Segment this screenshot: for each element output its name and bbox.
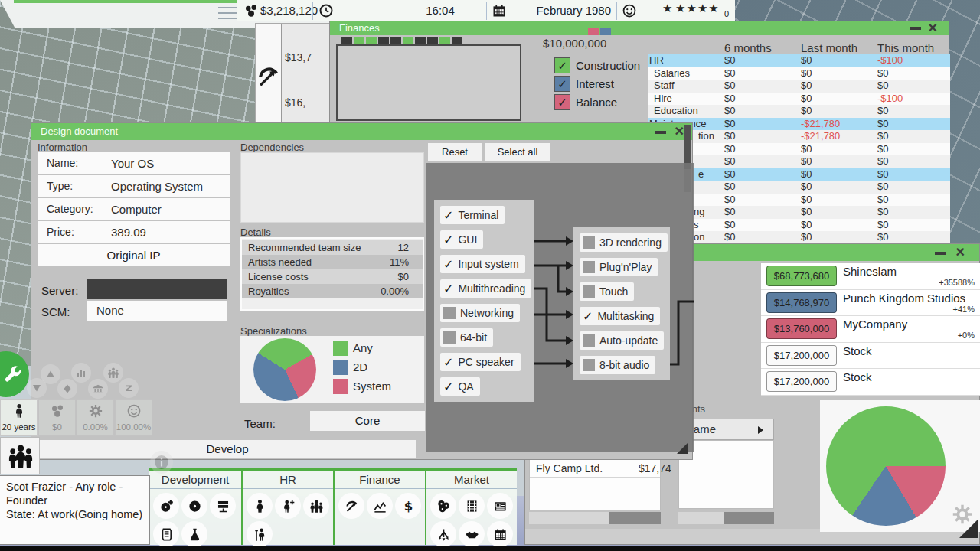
scm-field[interactable]: None — [87, 301, 227, 321]
feature-checkbox-item[interactable]: ✓ 8-bit audio — [580, 356, 655, 374]
sort-arrow-icon[interactable] — [758, 426, 763, 434]
newspaper-icon[interactable] — [487, 493, 513, 519]
table-row[interactable]: Maintenance $0 -$21,780 $0 — [648, 118, 950, 131]
legend-label: 2D — [353, 360, 368, 373]
person-icon[interactable] — [247, 493, 273, 519]
feature-checkbox-item[interactable]: ✓ Networking — [440, 304, 520, 322]
cell-6-months: $0 — [724, 206, 735, 218]
chart-month-strip — [341, 37, 462, 44]
info-value[interactable]: 389.09 — [103, 221, 230, 243]
minimize-button[interactable] — [655, 131, 666, 134]
people-icon[interactable] — [303, 493, 329, 519]
legend-label: Construction — [576, 59, 640, 72]
strip-square — [452, 37, 462, 44]
stock-price-button[interactable]: $68,773,680 — [766, 266, 837, 286]
legend-checkbox[interactable]: ✓ — [554, 94, 570, 110]
cell-this-month: $0 — [877, 130, 888, 142]
detail-row: Recommended team size 12 — [242, 240, 423, 255]
patents-scrollbar[interactable] — [678, 512, 774, 524]
stock-price-button[interactable]: $17,200,000 — [766, 345, 837, 366]
owned-shares-scrollbar[interactable] — [529, 512, 661, 524]
stock-price-button[interactable]: $13,760,000 — [766, 318, 837, 339]
table-row[interactable]: Staff $0 $0 $0 — [648, 80, 950, 93]
original-ip-button[interactable]: Original IP — [38, 244, 230, 266]
feature-checkbox-item[interactable]: ✓ Touch — [580, 282, 634, 301]
feature-checkbox-item[interactable]: ✓ Auto-update — [580, 331, 664, 350]
employee-mood-cell: 100.00% — [115, 399, 152, 436]
stock-price-button[interactable]: $17,200,000 — [766, 371, 837, 392]
legend-checkbox[interactable]: ✓ — [554, 76, 570, 92]
table-row[interactable]: HR $0 $0 -$100 — [648, 54, 950, 67]
person-cane-icon[interactable] — [247, 521, 273, 547]
arrows-split-icon[interactable] — [430, 521, 456, 547]
select-all-button[interactable]: Select all — [485, 143, 550, 161]
team-select-button[interactable]: Core — [310, 411, 425, 431]
feature-checkbox-item[interactable]: ✓ Plug'n'Play — [580, 258, 658, 276]
feature-checkbox-item[interactable]: ✓ 64-bit — [440, 328, 493, 347]
umbrella-arrow-icon[interactable] — [338, 493, 364, 519]
feature-checkbox-item[interactable]: ✓ Terminal — [440, 206, 505, 224]
close-icon[interactable]: ✕ — [675, 124, 684, 139]
table-row[interactable]: tion $0 -$21,780 $0 — [648, 130, 950, 143]
info-icon[interactable] — [150, 451, 173, 474]
bars-icon[interactable] — [71, 363, 91, 383]
table-row[interactable]: $0 $0 $0 — [648, 143, 950, 156]
feature-checkbox-item[interactable]: ✓ GUI — [440, 230, 483, 249]
diamond-icon[interactable] — [57, 379, 77, 399]
info-value[interactable]: Computer — [103, 198, 230, 220]
close-icon[interactable]: ✕ — [928, 21, 938, 36]
owned-share-row[interactable]: Fly Camp Ltd. $17,74 — [530, 459, 660, 478]
reset-button[interactable]: Reset — [428, 143, 482, 161]
legend-checkbox[interactable]: ✓ — [554, 57, 570, 73]
chart-line-icon[interactable] — [367, 493, 393, 519]
team-members-button[interactable] — [0, 437, 40, 474]
server-icon[interactable] — [210, 493, 236, 519]
cd-plus-icon[interactable] — [153, 493, 179, 519]
finances-titlebar[interactable]: Finances — [330, 21, 949, 35]
feature-checkbox-item[interactable]: ✓ 3D rendering — [580, 233, 668, 252]
bank-icon[interactable] — [88, 379, 108, 399]
scroll-icon[interactable] — [153, 521, 179, 547]
feature-checkbox-item[interactable]: ✓ PC speaker — [440, 353, 521, 371]
building-grid-icon[interactable] — [459, 493, 485, 519]
zzz-icon[interactable] — [119, 378, 139, 398]
minimize-button[interactable] — [935, 252, 946, 255]
finance-chart-legend: ✓ Construction ✓ Interest ✓ Balance — [554, 56, 640, 111]
stock-price-button[interactable]: $14,768,970 — [766, 292, 837, 313]
minimize-button[interactable] — [910, 27, 921, 30]
person-plus-icon[interactable] — [275, 493, 301, 519]
people-icon[interactable] — [103, 363, 123, 383]
rating-stars-empty: ★★★★ — [675, 2, 720, 15]
rating-count: 0 — [724, 9, 729, 18]
detail-key: Artists needed — [248, 255, 312, 269]
toolbar-group-market: Market — [425, 471, 517, 545]
cell-this-month: $0 — [877, 105, 888, 117]
disks-icon[interactable] — [430, 493, 456, 519]
feature-checkbox-item[interactable]: ✓ QA — [440, 377, 480, 396]
dollar-icon[interactable]: $ — [395, 493, 421, 519]
table-row[interactable]: Hire $0 $0 -$100 — [648, 93, 950, 106]
info-value[interactable]: Your OS — [103, 152, 230, 174]
develop-button[interactable]: Develop — [39, 440, 416, 458]
feature-checkbox-item[interactable]: ✓ Multithreading — [440, 279, 531, 298]
server-input[interactable] — [87, 279, 227, 299]
table-row[interactable]: Education $0 $0 $0 — [648, 105, 950, 118]
info-value[interactable]: Operating System — [103, 175, 230, 197]
strip-square — [366, 37, 377, 44]
scrollbar-thumb[interactable] — [609, 512, 661, 524]
handshake-icon[interactable] — [459, 521, 485, 547]
close-icon[interactable]: ✕ — [956, 245, 965, 260]
feature-checkbox-item[interactable]: ✓ Multitasking — [580, 307, 660, 325]
umbrella-arrow-icon[interactable] — [256, 24, 281, 129]
gear-icon[interactable] — [951, 503, 974, 526]
flask-icon[interactable] — [181, 521, 207, 547]
cd-icon[interactable] — [181, 493, 207, 519]
calendar-icon[interactable] — [487, 521, 513, 547]
features-left-group: ✓ Terminal ✓ GUI ✓ Input system ✓ Multit… — [434, 200, 534, 402]
feature-checkbox-item[interactable]: ✓ Input system — [440, 255, 525, 273]
scrollbar-thumb[interactable] — [724, 512, 774, 524]
design-doc-titlebar[interactable]: Design document — [31, 123, 692, 140]
table-row[interactable]: Salaries $0 $0 $0 — [648, 67, 950, 80]
specializations-legend: Any 2D System — [333, 337, 391, 396]
tri-down-icon[interactable] — [27, 378, 47, 398]
